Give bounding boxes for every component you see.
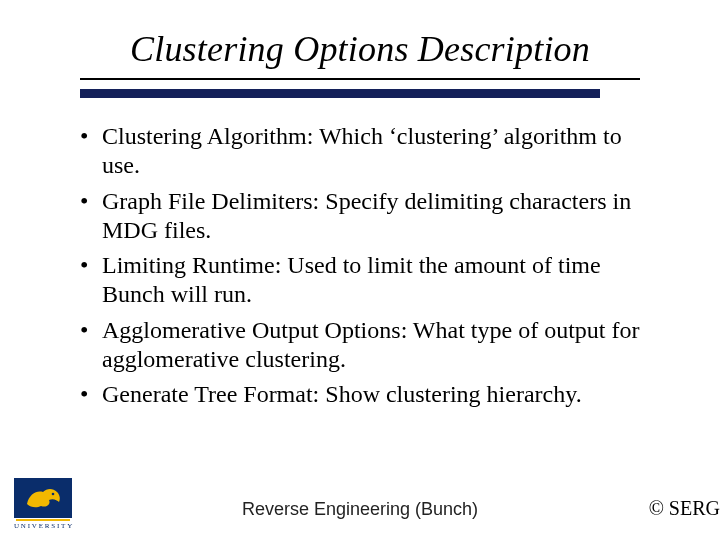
list-item: Generate Tree Format: Show clustering hi… <box>80 380 658 409</box>
title-thick-rule <box>80 89 600 98</box>
list-item: Graph File Delimiters: Specify delimitin… <box>80 187 658 246</box>
footer: UNIVERSITY Reverse Engineering (Bunch) ©… <box>0 470 720 530</box>
footer-center-text: Reverse Engineering (Bunch) <box>0 499 720 520</box>
title-underline <box>80 78 640 80</box>
list-item: Agglomerative Output Options: What type … <box>80 316 658 375</box>
slide-title: Clustering Options Description <box>126 28 594 76</box>
list-item: Clustering Algorithm: Which ‘clustering’… <box>80 122 658 181</box>
list-item: Limiting Runtime: Used to limit the amou… <box>80 251 658 310</box>
title-wrap: Clustering Options Description <box>40 28 680 76</box>
bullet-list: Clustering Algorithm: Which ‘clustering’… <box>80 122 658 409</box>
slide: Clustering Options Description Clusterin… <box>0 0 720 540</box>
footer-copyright: © SERG <box>649 497 720 520</box>
svg-point-0 <box>52 493 55 496</box>
logo-subtext: UNIVERSITY <box>14 522 72 530</box>
